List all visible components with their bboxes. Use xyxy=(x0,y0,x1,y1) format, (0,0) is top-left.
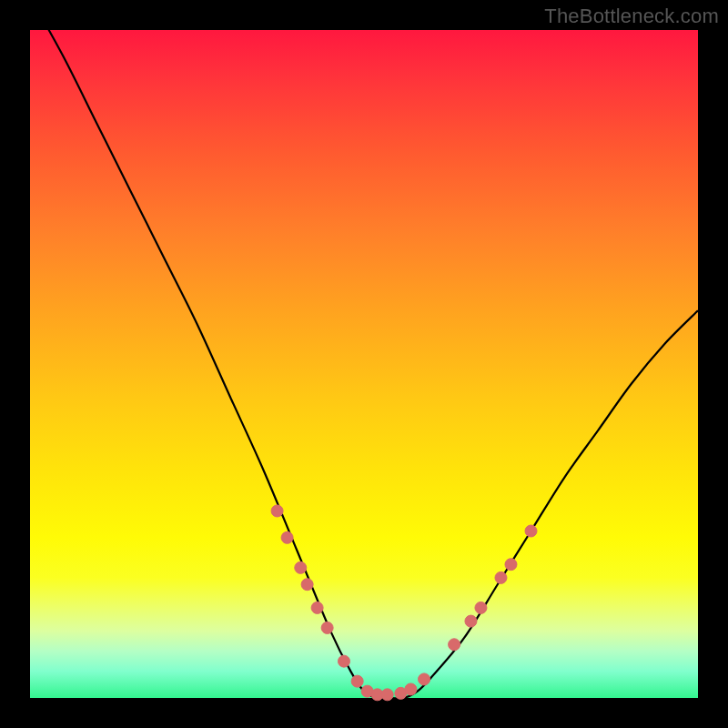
curve-marker xyxy=(295,561,307,573)
bottleneck-curve xyxy=(30,0,698,699)
curve-marker xyxy=(271,505,283,517)
curve-marker xyxy=(465,615,477,627)
curve-marker xyxy=(281,531,293,543)
plot-area xyxy=(30,30,698,698)
curve-marker xyxy=(505,559,517,571)
curve-marker xyxy=(301,579,313,591)
curve-marker xyxy=(525,525,537,537)
curve-marker xyxy=(449,639,460,651)
curve-marker xyxy=(351,675,363,687)
curve-marker xyxy=(405,683,417,695)
curve-marker xyxy=(338,655,349,667)
curve-marker xyxy=(495,571,507,583)
curve-markers xyxy=(271,505,537,701)
curve-marker xyxy=(381,689,393,701)
curve-marker xyxy=(311,602,323,613)
curve-layer xyxy=(30,30,698,698)
chart-frame: TheBottleneck.com xyxy=(0,0,728,728)
watermark-text: TheBottleneck.com xyxy=(544,5,719,28)
curve-marker xyxy=(475,602,487,613)
curve-marker xyxy=(419,673,430,685)
curve-marker xyxy=(321,622,333,633)
